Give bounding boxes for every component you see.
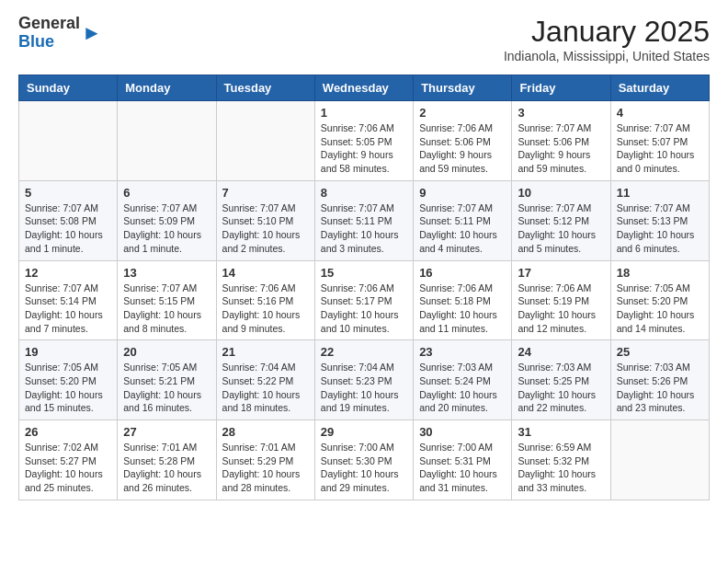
day-cell: 18Sunrise: 7:05 AM Sunset: 5:20 PM Dayli…: [610, 260, 709, 340]
day-number: 7: [222, 186, 309, 200]
day-number: 25: [617, 345, 703, 359]
day-number: 4: [617, 106, 703, 120]
day-number: 6: [123, 186, 210, 200]
day-number: 14: [222, 266, 309, 280]
logo-blue-text: Blue: [18, 33, 80, 52]
location-subtitle: Indianola, Mississippi, United States: [504, 49, 710, 63]
col-header-tuesday: Tuesday: [216, 75, 314, 101]
day-info: Sunrise: 7:07 AM Sunset: 5:12 PM Dayligh…: [518, 201, 604, 256]
col-header-saturday: Saturday: [610, 75, 709, 101]
day-cell: 7Sunrise: 7:07 AM Sunset: 5:10 PM Daylig…: [216, 180, 314, 260]
month-title: January 2025: [504, 15, 710, 49]
day-info: Sunrise: 7:07 AM Sunset: 5:11 PM Dayligh…: [321, 201, 407, 256]
day-number: 11: [617, 186, 703, 200]
day-info: Sunrise: 6:59 AM Sunset: 5:32 PM Dayligh…: [518, 441, 604, 495]
day-number: 24: [518, 345, 604, 359]
day-number: 15: [321, 266, 407, 280]
day-info: Sunrise: 7:07 AM Sunset: 5:13 PM Dayligh…: [617, 201, 703, 256]
day-number: 17: [518, 266, 604, 280]
day-cell: 16Sunrise: 7:06 AM Sunset: 5:18 PM Dayli…: [414, 260, 512, 340]
day-number: 26: [25, 425, 111, 439]
day-cell: [19, 101, 118, 181]
day-cell: 28Sunrise: 7:01 AM Sunset: 5:29 PM Dayli…: [216, 420, 314, 500]
day-number: 3: [518, 106, 604, 120]
day-info: Sunrise: 7:00 AM Sunset: 5:31 PM Dayligh…: [419, 441, 506, 495]
day-info: Sunrise: 7:07 AM Sunset: 5:14 PM Dayligh…: [25, 282, 111, 336]
col-header-sunday: Sunday: [19, 75, 118, 101]
day-info: Sunrise: 7:07 AM Sunset: 5:06 PM Dayligh…: [518, 121, 604, 176]
day-number: 1: [321, 106, 407, 120]
day-info: Sunrise: 7:07 AM Sunset: 5:08 PM Dayligh…: [25, 201, 111, 256]
day-cell: 2Sunrise: 7:06 AM Sunset: 5:06 PM Daylig…: [414, 101, 512, 181]
day-number: 2: [419, 106, 506, 120]
day-cell: 24Sunrise: 7:03 AM Sunset: 5:25 PM Dayli…: [512, 340, 610, 420]
col-header-monday: Monday: [118, 75, 216, 101]
logo: General Blue ►: [18, 15, 102, 52]
day-number: 9: [419, 186, 506, 200]
week-row-4: 19Sunrise: 7:05 AM Sunset: 5:20 PM Dayli…: [19, 340, 710, 420]
day-number: 23: [419, 345, 506, 359]
day-cell: 12Sunrise: 7:07 AM Sunset: 5:14 PM Dayli…: [19, 260, 118, 340]
day-cell: 13Sunrise: 7:07 AM Sunset: 5:15 PM Dayli…: [118, 260, 216, 340]
days-header-row: SundayMondayTuesdayWednesdayThursdayFrid…: [19, 75, 710, 101]
week-row-3: 12Sunrise: 7:07 AM Sunset: 5:14 PM Dayli…: [19, 260, 710, 340]
day-number: 18: [617, 266, 703, 280]
day-info: Sunrise: 7:07 AM Sunset: 5:15 PM Dayligh…: [123, 282, 210, 336]
day-number: 20: [123, 345, 210, 359]
calendar-table: SundayMondayTuesdayWednesdayThursdayFrid…: [18, 75, 710, 500]
day-number: 22: [321, 345, 407, 359]
day-cell: 27Sunrise: 7:01 AM Sunset: 5:28 PM Dayli…: [118, 420, 216, 500]
page-header: General Blue ► January 2025 Indianola, M…: [18, 15, 710, 63]
day-cell: 22Sunrise: 7:04 AM Sunset: 5:23 PM Dayli…: [314, 340, 413, 420]
day-cell: 4Sunrise: 7:07 AM Sunset: 5:07 PM Daylig…: [610, 101, 709, 181]
day-info: Sunrise: 7:03 AM Sunset: 5:25 PM Dayligh…: [518, 361, 604, 415]
day-number: 21: [222, 345, 309, 359]
day-info: Sunrise: 7:03 AM Sunset: 5:26 PM Dayligh…: [617, 361, 703, 415]
day-cell: 15Sunrise: 7:06 AM Sunset: 5:17 PM Dayli…: [314, 260, 413, 340]
day-info: Sunrise: 7:05 AM Sunset: 5:21 PM Dayligh…: [123, 361, 210, 415]
day-info: Sunrise: 7:01 AM Sunset: 5:29 PM Dayligh…: [222, 441, 309, 495]
day-cell: [118, 101, 216, 181]
day-cell: 6Sunrise: 7:07 AM Sunset: 5:09 PM Daylig…: [118, 180, 216, 260]
day-info: Sunrise: 7:03 AM Sunset: 5:24 PM Dayligh…: [419, 361, 506, 415]
day-cell: 21Sunrise: 7:04 AM Sunset: 5:22 PM Dayli…: [216, 340, 314, 420]
day-cell: 20Sunrise: 7:05 AM Sunset: 5:21 PM Dayli…: [118, 340, 216, 420]
day-info: Sunrise: 7:07 AM Sunset: 5:11 PM Dayligh…: [419, 201, 506, 256]
day-info: Sunrise: 7:00 AM Sunset: 5:30 PM Dayligh…: [321, 441, 407, 495]
day-info: Sunrise: 7:06 AM Sunset: 5:18 PM Dayligh…: [419, 282, 506, 336]
day-number: 29: [321, 425, 407, 439]
day-number: 8: [321, 186, 407, 200]
day-cell: 19Sunrise: 7:05 AM Sunset: 5:20 PM Dayli…: [19, 340, 118, 420]
week-row-5: 26Sunrise: 7:02 AM Sunset: 5:27 PM Dayli…: [19, 420, 710, 500]
day-cell: 1Sunrise: 7:06 AM Sunset: 5:05 PM Daylig…: [314, 101, 413, 181]
day-cell: 17Sunrise: 7:06 AM Sunset: 5:19 PM Dayli…: [512, 260, 610, 340]
day-number: 13: [123, 266, 210, 280]
day-cell: 23Sunrise: 7:03 AM Sunset: 5:24 PM Dayli…: [414, 340, 512, 420]
day-cell: 10Sunrise: 7:07 AM Sunset: 5:12 PM Dayli…: [512, 180, 610, 260]
col-header-friday: Friday: [512, 75, 610, 101]
day-info: Sunrise: 7:04 AM Sunset: 5:22 PM Dayligh…: [222, 361, 309, 415]
day-cell: 14Sunrise: 7:06 AM Sunset: 5:16 PM Dayli…: [216, 260, 314, 340]
day-number: 27: [123, 425, 210, 439]
day-cell: 25Sunrise: 7:03 AM Sunset: 5:26 PM Dayli…: [610, 340, 709, 420]
day-info: Sunrise: 7:06 AM Sunset: 5:19 PM Dayligh…: [518, 282, 604, 336]
day-number: 30: [419, 425, 506, 439]
day-number: 10: [518, 186, 604, 200]
day-cell: 11Sunrise: 7:07 AM Sunset: 5:13 PM Dayli…: [610, 180, 709, 260]
day-number: 16: [419, 266, 506, 280]
day-info: Sunrise: 7:07 AM Sunset: 5:09 PM Dayligh…: [123, 201, 210, 256]
day-cell: [610, 420, 709, 500]
logo-arrow-icon: ►: [82, 23, 102, 43]
week-row-1: 1Sunrise: 7:06 AM Sunset: 5:05 PM Daylig…: [19, 101, 710, 181]
day-cell: 26Sunrise: 7:02 AM Sunset: 5:27 PM Dayli…: [19, 420, 118, 500]
day-cell: [216, 101, 314, 181]
logo-general-text: General: [18, 15, 80, 33]
day-info: Sunrise: 7:01 AM Sunset: 5:28 PM Dayligh…: [123, 441, 210, 495]
day-info: Sunrise: 7:05 AM Sunset: 5:20 PM Dayligh…: [617, 282, 703, 336]
day-cell: 30Sunrise: 7:00 AM Sunset: 5:31 PM Dayli…: [414, 420, 512, 500]
day-number: 19: [25, 345, 111, 359]
day-cell: 5Sunrise: 7:07 AM Sunset: 5:08 PM Daylig…: [19, 180, 118, 260]
day-info: Sunrise: 7:02 AM Sunset: 5:27 PM Dayligh…: [25, 441, 111, 495]
day-cell: 3Sunrise: 7:07 AM Sunset: 5:06 PM Daylig…: [512, 101, 610, 181]
day-info: Sunrise: 7:04 AM Sunset: 5:23 PM Dayligh…: [321, 361, 407, 415]
